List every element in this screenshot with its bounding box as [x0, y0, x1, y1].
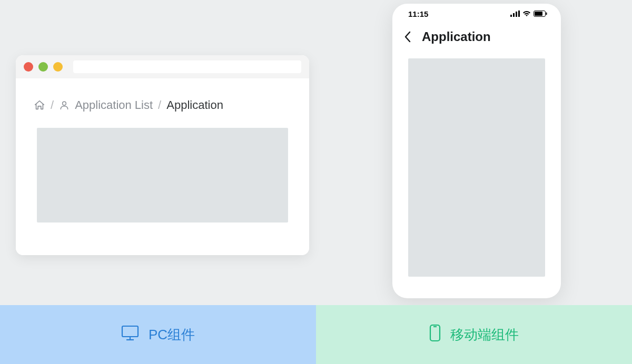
breadcrumb: / Application List / Application: [16, 78, 309, 128]
back-icon[interactable]: [404, 31, 411, 43]
breadcrumb-current: Application: [166, 98, 223, 112]
status-bar: 11:15: [392, 4, 561, 24]
status-time: 11:15: [408, 9, 428, 18]
svg-rect-2: [513, 13, 515, 17]
svg-rect-8: [122, 326, 138, 337]
pc-label-text: PC组件: [149, 326, 195, 344]
cellular-icon: [510, 9, 520, 18]
breadcrumb-separator: /: [158, 98, 161, 112]
svg-rect-6: [535, 12, 542, 16]
monitor-icon: [121, 325, 139, 345]
browser-window: / Application List / Application: [16, 55, 309, 255]
phone-icon: [429, 324, 441, 346]
page-title: Application: [422, 29, 491, 44]
svg-point-0: [63, 102, 66, 105]
status-indicators: [510, 9, 547, 18]
svg-rect-4: [518, 11, 520, 17]
browser-content: / Application List / Application: [16, 78, 309, 255]
content-placeholder: [37, 128, 288, 223]
component-labels: PC组件 移动端组件: [0, 305, 632, 364]
browser-titlebar: [16, 55, 309, 78]
breadcrumb-link[interactable]: Application List: [75, 98, 153, 112]
mobile-label-text: 移动端组件: [450, 326, 519, 344]
battery-icon: [534, 9, 547, 18]
minimize-icon[interactable]: [38, 62, 48, 72]
home-icon[interactable]: [34, 99, 45, 111]
close-icon[interactable]: [24, 62, 33, 72]
svg-rect-7: [546, 12, 547, 15]
svg-rect-11: [430, 325, 440, 341]
mobile-device: 11:15: [392, 4, 561, 298]
maximize-icon[interactable]: [53, 62, 63, 72]
mobile-header: Application: [392, 24, 561, 50]
window-controls: [24, 62, 63, 72]
content-placeholder: [408, 58, 545, 277]
svg-rect-1: [510, 15, 512, 17]
wifi-icon: [522, 9, 531, 18]
mobile-component-label: 移动端组件: [316, 305, 632, 364]
pc-component-label: PC组件: [0, 305, 316, 364]
user-icon[interactable]: [59, 99, 70, 111]
svg-rect-3: [516, 12, 517, 17]
address-bar[interactable]: [73, 60, 301, 73]
breadcrumb-separator: /: [51, 98, 54, 112]
